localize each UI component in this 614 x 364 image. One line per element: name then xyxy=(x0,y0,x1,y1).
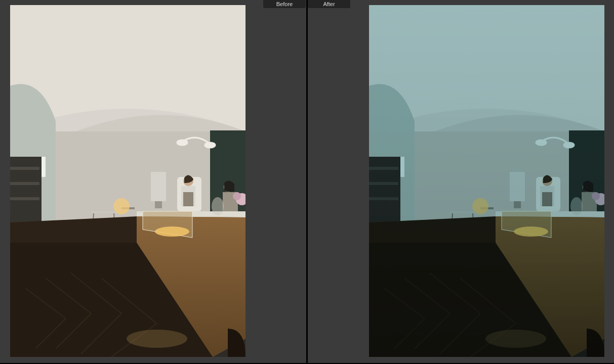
svg-rect-43 xyxy=(369,182,398,185)
svg-rect-17 xyxy=(151,172,166,201)
svg-rect-59 xyxy=(542,192,552,206)
svg-point-16 xyxy=(205,143,215,148)
after-label: After xyxy=(308,0,350,8)
svg-point-51 xyxy=(472,198,488,214)
svg-rect-12 xyxy=(91,211,116,213)
after-image[interactable] xyxy=(369,5,604,357)
svg-rect-18 xyxy=(155,201,162,208)
after-panel[interactable] xyxy=(308,0,614,363)
compare-divider[interactable] xyxy=(306,0,308,363)
compare-viewport: Before After xyxy=(0,0,614,364)
svg-point-36 xyxy=(127,330,187,348)
svg-point-53 xyxy=(564,143,574,148)
svg-point-15 xyxy=(177,140,187,145)
svg-rect-22 xyxy=(183,192,193,206)
svg-point-26 xyxy=(233,192,241,200)
svg-rect-7 xyxy=(10,197,39,200)
svg-rect-55 xyxy=(514,201,521,208)
svg-rect-5 xyxy=(10,167,39,170)
svg-rect-44 xyxy=(369,197,398,200)
svg-rect-6 xyxy=(10,182,39,185)
before-panel[interactable] xyxy=(0,0,306,363)
svg-point-33 xyxy=(212,197,224,215)
svg-point-63 xyxy=(592,192,600,200)
svg-point-52 xyxy=(536,140,546,145)
svg-point-14 xyxy=(113,198,130,214)
before-label: Before xyxy=(263,0,306,8)
before-image[interactable] xyxy=(10,5,245,357)
svg-point-69 xyxy=(514,226,548,237)
svg-point-70 xyxy=(570,197,583,215)
svg-point-73 xyxy=(485,330,546,348)
svg-rect-42 xyxy=(369,167,398,170)
svg-rect-54 xyxy=(510,172,525,201)
svg-point-32 xyxy=(155,226,189,237)
svg-rect-49 xyxy=(450,211,475,213)
